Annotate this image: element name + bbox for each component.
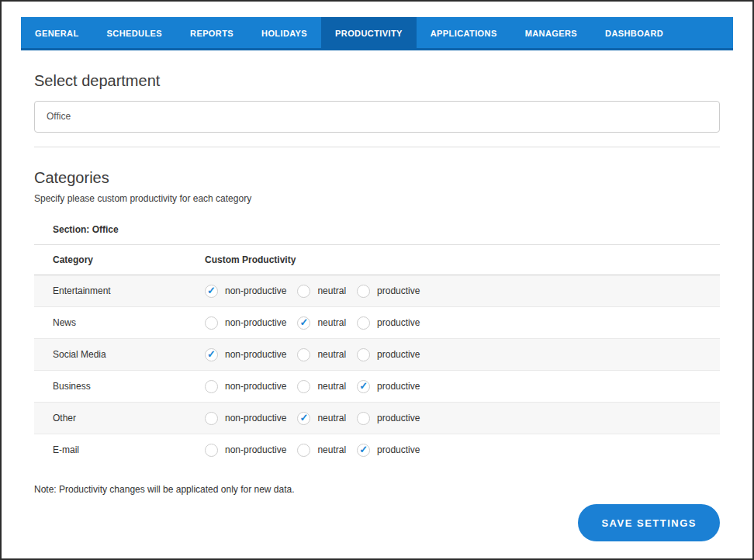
tab-productivity[interactable]: PRODUCTIVITY [321,17,417,48]
check-icon: ✓ [299,317,308,327]
radio-unchecked-icon[interactable]: ✓ [357,412,370,425]
radio-group: ✓non-productive✓neutral✓productive [205,444,431,457]
check-icon: ✓ [359,444,368,455]
radio-option-non-productive[interactable]: ✓non-productive [205,285,286,298]
radio-option-non-productive[interactable]: ✓non-productive [205,444,286,457]
radio-checked-icon[interactable]: ✓ [297,412,310,425]
radio-unchecked-icon[interactable]: ✓ [205,316,218,330]
section-office-label: Section: Office [34,224,720,235]
tab-dashboard[interactable]: DASHBOARD [591,17,677,48]
radio-label: productive [377,444,420,455]
radio-unchecked-icon[interactable]: ✓ [205,444,218,457]
radio-label: productive [377,381,420,392]
table-row: Social Media ✓non-productive✓neutral✓pro… [34,339,720,371]
radio-label: productive [377,413,420,423]
table-row: Other ✓non-productive✓neutral✓productive [34,403,720,434]
radio-option-productive[interactable]: ✓productive [357,444,420,457]
radio-option-neutral[interactable]: ✓neutral [297,444,346,457]
radio-unchecked-icon[interactable]: ✓ [205,380,218,393]
radio-checked-icon[interactable]: ✓ [205,348,218,361]
categories-subtitle: Specify please custom productivity for e… [34,193,720,204]
tab-reports[interactable]: REPORTS [176,17,247,48]
category-table-body: Entertainment ✓non-productive✓neutral✓pr… [34,275,720,465]
radio-option-non-productive[interactable]: ✓non-productive [205,412,286,425]
tab-general[interactable]: GENERAL [21,17,93,48]
radio-group: ✓non-productive✓neutral✓productive [205,380,431,393]
radio-option-non-productive[interactable]: ✓non-productive [205,380,286,393]
radio-label: non-productive [225,444,286,455]
radio-option-productive[interactable]: ✓productive [357,348,420,361]
category-table-header: Category Custom Productivity [34,245,720,275]
select-department-heading: Select department [34,72,720,90]
table-row: Business ✓non-productive✓neutral✓product… [34,371,720,403]
radio-group: ✓non-productive✓neutral✓productive [205,316,431,330]
tab-holidays[interactable]: HOLIDAYS [247,17,321,48]
radio-option-non-productive[interactable]: ✓non-productive [205,316,286,330]
radio-option-non-productive[interactable]: ✓non-productive [205,348,286,361]
radio-label: non-productive [225,285,286,296]
radio-checked-icon[interactable]: ✓ [205,285,218,298]
radio-label: neutral [317,317,346,328]
radio-unchecked-icon[interactable]: ✓ [357,285,370,298]
radio-unchecked-icon[interactable]: ✓ [357,348,370,361]
category-label: Social Media [34,349,205,360]
table-row: E-mail ✓non-productive✓neutral✓productiv… [34,434,720,465]
department-select[interactable]: Office [34,101,720,133]
radio-unchecked-icon[interactable]: ✓ [297,444,310,457]
save-row: SAVE SETTINGS [34,504,720,541]
radio-checked-icon[interactable]: ✓ [297,316,310,330]
radio-option-neutral[interactable]: ✓neutral [297,316,346,330]
app-window: GENERALSCHEDULESREPORTSHOLIDAYSPRODUCTIV… [0,0,754,560]
save-settings-button[interactable]: SAVE SETTINGS [578,504,720,541]
radio-checked-icon[interactable]: ✓ [357,444,370,457]
category-label: Entertainment [34,285,205,296]
radio-label: non-productive [225,381,286,392]
radio-unchecked-icon[interactable]: ✓ [297,348,310,361]
category-label: Other [34,413,205,423]
column-header-category: Category [34,254,205,265]
radio-option-productive[interactable]: ✓productive [357,285,420,298]
radio-option-productive[interactable]: ✓productive [357,316,420,330]
check-icon: ✓ [207,285,216,296]
radio-label: productive [377,317,420,328]
category-label: Business [34,381,205,392]
radio-label: productive [377,349,420,360]
radio-label: non-productive [225,317,286,328]
radio-label: neutral [317,285,346,296]
check-icon: ✓ [299,413,308,423]
main-content: Select department Office Categories Spec… [34,72,720,541]
radio-group: ✓non-productive✓neutral✓productive [205,412,431,425]
radio-group: ✓non-productive✓neutral✓productive [205,285,431,298]
column-header-custom-productivity: Custom Productivity [205,254,296,265]
radio-group: ✓non-productive✓neutral✓productive [205,348,431,361]
radio-option-productive[interactable]: ✓productive [357,380,420,393]
radio-label: non-productive [225,349,286,360]
categories-heading: Categories [34,169,720,187]
note-text: Note: Productivity changes will be appli… [34,484,720,495]
category-label: News [34,317,205,328]
radio-label: neutral [317,381,346,392]
radio-unchecked-icon[interactable]: ✓ [205,412,218,425]
radio-unchecked-icon[interactable]: ✓ [297,285,310,298]
radio-option-neutral[interactable]: ✓neutral [297,348,346,361]
radio-unchecked-icon[interactable]: ✓ [357,316,370,330]
category-table: Category Custom Productivity Entertainme… [34,244,720,465]
check-icon: ✓ [207,349,216,359]
tab-managers[interactable]: MANAGERS [511,17,591,48]
table-row: Entertainment ✓non-productive✓neutral✓pr… [34,275,720,307]
category-label: E-mail [34,444,205,455]
radio-label: productive [377,285,420,296]
tab-schedules[interactable]: SCHEDULES [93,17,176,48]
check-icon: ✓ [359,381,368,391]
tab-applications[interactable]: APPLICATIONS [417,17,511,48]
radio-label: non-productive [225,413,286,423]
radio-checked-icon[interactable]: ✓ [357,380,370,393]
radio-option-neutral[interactable]: ✓neutral [297,285,346,298]
radio-option-productive[interactable]: ✓productive [357,412,420,425]
radio-unchecked-icon[interactable]: ✓ [297,380,310,393]
radio-option-neutral[interactable]: ✓neutral [297,380,346,393]
radio-label: neutral [317,349,346,360]
table-row: News ✓non-productive✓neutral✓productive [34,307,720,339]
navbar: GENERALSCHEDULESREPORTSHOLIDAYSPRODUCTIV… [21,17,733,50]
radio-option-neutral[interactable]: ✓neutral [297,412,346,425]
